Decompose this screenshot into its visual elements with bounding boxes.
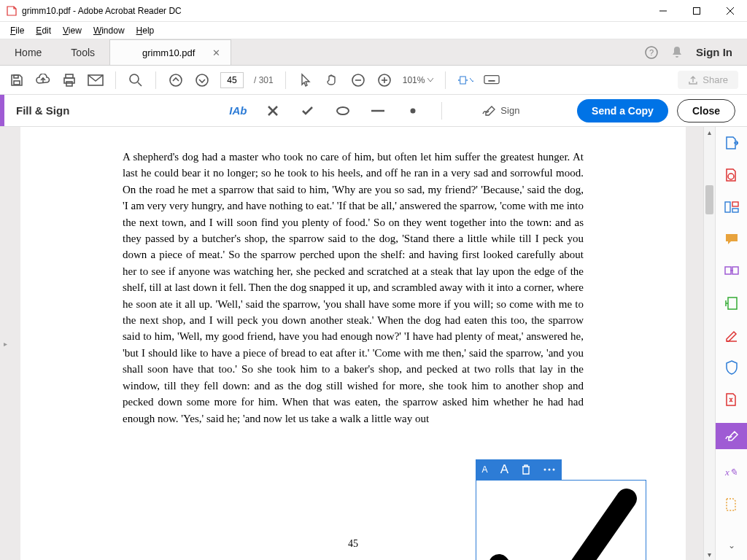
svg-rect-43 bbox=[728, 298, 737, 309]
decrease-size-icon[interactable]: A bbox=[482, 464, 488, 475]
svg-rect-8 bbox=[14, 81, 20, 85]
separator bbox=[155, 71, 156, 89]
page-input[interactable] bbox=[220, 72, 244, 88]
sign-tool[interactable]: Sign bbox=[481, 105, 519, 117]
svg-line-14 bbox=[138, 82, 142, 86]
check-tool-icon[interactable] bbox=[300, 103, 316, 119]
redact-icon[interactable] bbox=[723, 327, 740, 344]
export-pdf-icon[interactable] bbox=[723, 134, 740, 152]
save-icon[interactable] bbox=[9, 72, 25, 88]
tab-tools[interactable]: Tools bbox=[56, 39, 109, 65]
print-icon[interactable] bbox=[61, 72, 77, 88]
left-panel-toggle[interactable]: ▸ bbox=[0, 127, 10, 560]
zoom-dropdown[interactable]: 101% bbox=[403, 75, 434, 85]
page-down-icon[interactable] bbox=[194, 72, 210, 88]
separator bbox=[445, 71, 446, 89]
svg-text:?: ? bbox=[649, 48, 654, 57]
svg-rect-38 bbox=[725, 202, 730, 212]
svg-rect-40 bbox=[732, 209, 738, 212]
circle-tool-icon[interactable] bbox=[335, 103, 351, 119]
svg-point-36 bbox=[553, 469, 555, 471]
more-annotation-icon[interactable] bbox=[543, 468, 555, 471]
menu-edit[interactable]: Edit bbox=[31, 24, 55, 37]
delete-annotation-icon[interactable] bbox=[521, 464, 531, 475]
menu-file[interactable]: File bbox=[6, 24, 28, 37]
menu-help[interactable]: Help bbox=[132, 24, 159, 37]
annotation-toolbar[interactable]: A A bbox=[476, 459, 562, 480]
app-icon bbox=[6, 5, 18, 17]
help-icon[interactable]: ? bbox=[645, 46, 658, 59]
separator bbox=[115, 71, 116, 89]
combine-icon[interactable] bbox=[723, 262, 740, 280]
svg-rect-2 bbox=[694, 7, 700, 14]
zoom-in-icon[interactable] bbox=[376, 72, 392, 88]
page-number: 45 bbox=[348, 538, 358, 550]
mail-icon[interactable] bbox=[88, 72, 104, 88]
share-button[interactable]: Share bbox=[678, 71, 738, 89]
svg-point-13 bbox=[130, 74, 139, 83]
svg-rect-22 bbox=[460, 77, 466, 84]
more-tools-icon[interactable] bbox=[723, 496, 740, 513]
svg-point-37 bbox=[728, 174, 734, 179]
pointer-icon[interactable] bbox=[298, 72, 314, 88]
create-pdf-icon[interactable] bbox=[723, 166, 740, 184]
fill-sign-title: Fill & Sign bbox=[16, 104, 69, 117]
svg-point-35 bbox=[549, 469, 551, 471]
hand-icon[interactable] bbox=[324, 72, 340, 88]
window-title: grimm10.pdf - Adobe Acrobat Reader DC bbox=[22, 6, 182, 16]
fill-sign-accent bbox=[0, 95, 4, 126]
close-window-button[interactable] bbox=[713, 0, 747, 22]
organize-icon[interactable] bbox=[723, 295, 740, 312]
scroll-up-icon[interactable]: ▴ bbox=[704, 128, 715, 136]
separator bbox=[285, 71, 286, 89]
scroll-down-icon[interactable]: ▾ bbox=[704, 551, 715, 559]
comment-icon[interactable] bbox=[723, 230, 740, 248]
keyboard-icon[interactable] bbox=[484, 72, 500, 88]
svg-rect-41 bbox=[725, 267, 731, 274]
tab-home[interactable]: Home bbox=[0, 39, 56, 65]
signature-icon[interactable]: x✎ bbox=[723, 464, 740, 481]
share-label: Share bbox=[703, 74, 728, 85]
cross-tool-icon[interactable] bbox=[265, 103, 281, 119]
svg-point-34 bbox=[544, 469, 546, 471]
svg-rect-39 bbox=[732, 202, 738, 206]
bell-icon[interactable] bbox=[671, 46, 683, 59]
tab-document[interactable]: grimm10.pdf ✕ bbox=[109, 39, 231, 65]
checkmark-annotation[interactable] bbox=[484, 484, 638, 560]
page-body-text: A shepherd's dog had a master who took n… bbox=[123, 149, 584, 427]
sign-label: Sign bbox=[500, 105, 519, 116]
fill-sign-panel-icon[interactable] bbox=[716, 423, 748, 449]
send-copy-button[interactable]: Send a Copy bbox=[577, 99, 668, 122]
svg-point-15 bbox=[170, 74, 182, 86]
tab-close-icon[interactable]: ✕ bbox=[212, 47, 220, 58]
svg-rect-11 bbox=[66, 82, 72, 86]
svg-point-16 bbox=[196, 74, 208, 86]
close-button[interactable]: Close bbox=[677, 99, 735, 122]
line-tool-icon[interactable] bbox=[370, 103, 386, 119]
search-icon[interactable] bbox=[128, 72, 144, 88]
sign-in-link[interactable]: Sign In bbox=[696, 46, 732, 58]
text-tool-icon[interactable]: IAb bbox=[230, 103, 246, 119]
maximize-button[interactable] bbox=[680, 0, 713, 22]
scrollbar[interactable]: ▴ ▾ bbox=[703, 127, 715, 560]
separator bbox=[441, 102, 442, 120]
svg-point-33 bbox=[411, 108, 416, 113]
fit-width-icon[interactable] bbox=[457, 72, 473, 88]
svg-rect-10 bbox=[64, 78, 74, 83]
chevron-down-icon[interactable]: ⌄ bbox=[723, 537, 740, 554]
edit-pdf-icon[interactable] bbox=[723, 198, 740, 216]
zoom-out-icon[interactable] bbox=[350, 72, 366, 88]
protect-icon[interactable] bbox=[723, 359, 740, 376]
compress-icon[interactable] bbox=[723, 391, 740, 408]
increase-size-icon[interactable]: A bbox=[500, 462, 508, 477]
page-up-icon[interactable] bbox=[168, 72, 184, 88]
dot-tool-icon[interactable] bbox=[405, 103, 421, 119]
cloud-icon[interactable] bbox=[35, 72, 51, 88]
scrollbar-thumb[interactable] bbox=[705, 185, 713, 214]
svg-rect-7 bbox=[14, 75, 18, 78]
svg-rect-23 bbox=[484, 75, 499, 83]
menu-window[interactable]: Window bbox=[89, 24, 129, 37]
tab-document-label: grimm10.pdf bbox=[142, 47, 195, 58]
minimize-button[interactable] bbox=[646, 0, 680, 22]
menu-view[interactable]: View bbox=[58, 24, 86, 37]
